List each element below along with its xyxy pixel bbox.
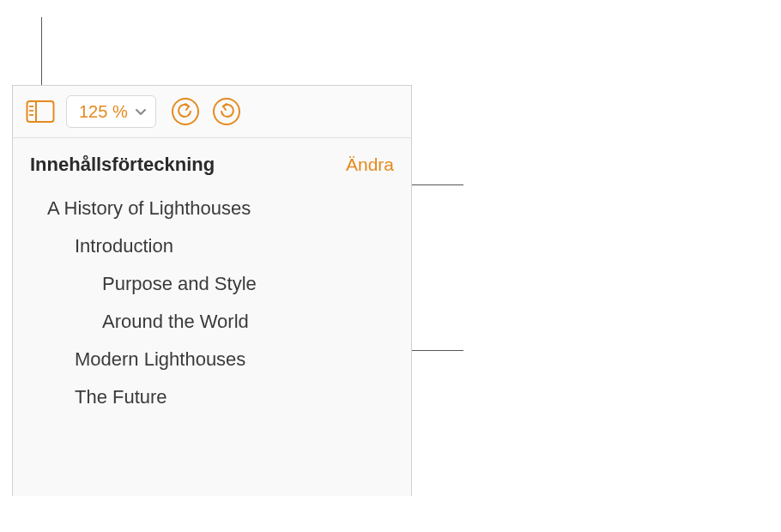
toc-list: A History of Lighthouses Introduction Pu…	[13, 183, 411, 416]
toc-header: Innehållsförteckning Ändra	[13, 138, 411, 183]
toc-item[interactable]: Introduction	[13, 227, 411, 265]
sidebar-icon	[26, 100, 55, 124]
toc-item[interactable]: A History of Lighthouses	[13, 190, 411, 227]
zoom-select[interactable]: 125 %	[66, 95, 156, 128]
toc-item[interactable]: The Future	[13, 378, 411, 416]
sidebar-panel: 125 %	[12, 85, 412, 496]
view-menu-button[interactable]	[23, 94, 58, 129]
svg-point-5	[173, 99, 198, 124]
callout-line	[41, 17, 42, 85]
callout-line	[412, 184, 463, 185]
toc-item[interactable]: Purpose and Style	[13, 265, 411, 303]
toc-title: Innehållsförteckning	[30, 154, 215, 176]
edit-button[interactable]: Ändra	[346, 154, 394, 175]
svg-point-6	[214, 99, 239, 124]
svg-rect-0	[27, 101, 54, 122]
chevron-down-icon	[135, 106, 147, 118]
zoom-value: 125 %	[79, 102, 128, 122]
toc-item[interactable]: Modern Lighthouses	[13, 341, 411, 378]
undo-redo-group	[170, 96, 242, 127]
toc-item[interactable]: Around the World	[13, 303, 411, 341]
toolbar: 125 %	[13, 86, 411, 138]
undo-button[interactable]	[170, 96, 201, 127]
undo-icon	[171, 97, 200, 126]
redo-icon	[212, 97, 241, 126]
redo-button[interactable]	[211, 96, 242, 127]
